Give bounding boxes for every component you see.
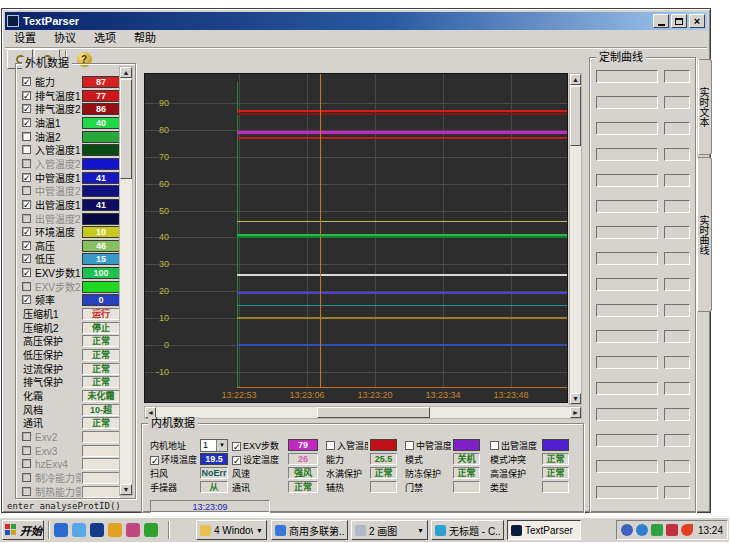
taskbar-task-无标题 - C...[interactable]: 无标题 - C... <box>431 520 504 540</box>
curve-select-field[interactable] <box>596 122 658 135</box>
checkbox-环境温度[interactable]: ✓ <box>150 456 159 465</box>
indoor-address-dropdown[interactable]: 1▼ <box>200 439 228 452</box>
chevron-down-icon[interactable]: ▼ <box>216 440 227 451</box>
curve-select-field[interactable] <box>596 70 658 83</box>
checkbox-入管温度1[interactable] <box>22 145 31 154</box>
curve-value-field[interactable] <box>664 70 690 83</box>
checkbox-EXV步数1[interactable]: ✓ <box>22 268 31 277</box>
curve-value-field[interactable] <box>664 148 690 161</box>
curve-value-field[interactable] <box>664 434 690 447</box>
curve-value-field[interactable] <box>664 304 690 317</box>
start-button[interactable]: 开始 <box>2 520 44 540</box>
checkbox-EXV步数[interactable]: ✓ <box>232 442 241 451</box>
checkbox-油温2[interactable] <box>22 132 31 141</box>
chevron-down-icon[interactable]: ▼ <box>253 527 263 534</box>
curve-value-field[interactable] <box>664 174 690 187</box>
curve-select-field[interactable] <box>596 460 658 473</box>
checkbox-出管温度1[interactable]: ✓ <box>22 200 31 209</box>
chart-hscrollbar[interactable]: ◄ ► <box>144 406 582 419</box>
outdoor-value: 40 <box>82 117 120 129</box>
taskbar-task-2 画图[interactable]: 2 画图▼ <box>351 520 428 540</box>
quick-launch-icon-3[interactable] <box>90 523 104 537</box>
indoor-label-高温保护: 高温保护 <box>490 468 540 480</box>
checkbox-油温1[interactable]: ✓ <box>22 118 31 127</box>
curve-select-field[interactable] <box>596 408 658 421</box>
checkbox-中管温度[interactable] <box>405 441 414 450</box>
chart-vscrollbar[interactable]: ▲ ▼ <box>569 73 582 405</box>
curve-select-field[interactable] <box>596 304 658 317</box>
curve-select-field[interactable] <box>596 96 658 109</box>
curve-select-field[interactable] <box>596 356 658 369</box>
curve-value-field[interactable] <box>664 486 690 499</box>
taskbar-task-商用多联第...[interactable]: 商用多联第... <box>271 520 348 540</box>
curve-value-field[interactable] <box>664 382 690 395</box>
curve-value-field[interactable] <box>664 356 690 369</box>
trend-chart[interactable]: 9080706050403020100-1013:22:5313:23:0613… <box>144 73 568 403</box>
time-cursor[interactable] <box>320 74 321 388</box>
taskbar-task-TextParser[interactable]: TextParser <box>507 520 581 540</box>
taskbar-task-4 Windows...[interactable]: 4 Windows...▼ <box>196 520 267 540</box>
curve-value-field[interactable] <box>664 252 690 265</box>
menu-item-设置[interactable]: 设置 <box>5 31 45 46</box>
gridline-v <box>239 74 240 387</box>
checkbox-频率[interactable]: ✓ <box>22 295 31 304</box>
checkbox-出管温度[interactable] <box>490 441 499 450</box>
checkbox-中管温度1[interactable]: ✓ <box>22 173 31 182</box>
curve-select-field[interactable] <box>596 330 658 343</box>
checkbox-低压[interactable]: ✓ <box>22 254 31 263</box>
tab-实时文本[interactable]: 实时文本 <box>698 59 712 155</box>
curve-select-field[interactable] <box>596 226 658 239</box>
checkbox-高压[interactable]: ✓ <box>22 241 31 250</box>
tray-flashget-icon[interactable] <box>681 524 693 536</box>
curve-value-field[interactable] <box>664 226 690 239</box>
quick-launch-icon-5[interactable] <box>126 523 140 537</box>
quick-launch-icon-1[interactable] <box>54 523 68 537</box>
quick-launch-icon-4[interactable] <box>108 523 122 537</box>
menu-item-帮助[interactable]: 帮助 <box>125 31 165 46</box>
scroll-down-icon[interactable]: ▼ <box>120 484 132 495</box>
quick-launch-icon-2[interactable] <box>72 523 86 537</box>
curve-select-field[interactable] <box>596 486 658 499</box>
checkbox-设定温度[interactable]: ✓ <box>232 456 241 465</box>
curve-value-field[interactable] <box>664 408 690 421</box>
checkbox-排气温度1[interactable]: ✓ <box>22 91 31 100</box>
curve-value-field[interactable] <box>664 460 690 473</box>
quick-launch-icon-6[interactable] <box>144 523 158 537</box>
curve-value-field[interactable] <box>664 200 690 213</box>
chevron-down-icon[interactable]: ▼ <box>414 527 424 534</box>
curve-value-field[interactable] <box>664 278 690 291</box>
scroll-up-icon[interactable]: ▲ <box>120 67 132 78</box>
curve-select-field[interactable] <box>596 174 658 187</box>
scroll-right-icon[interactable]: ► <box>570 407 581 418</box>
scroll-up-icon[interactable]: ▲ <box>570 74 581 85</box>
checkbox-能力[interactable]: ✓ <box>22 77 31 86</box>
scroll-thumb[interactable] <box>120 79 132 179</box>
menu-item-选项[interactable]: 选项 <box>85 31 125 46</box>
close-button[interactable]: × <box>689 14 705 28</box>
tray-network-icon[interactable] <box>636 524 648 536</box>
tray-antivirus-icon[interactable] <box>651 524 663 536</box>
curve-select-field[interactable] <box>596 200 658 213</box>
curve-value-field[interactable] <box>664 122 690 135</box>
outdoor-scrollbar[interactable]: ▲ ▼ <box>119 66 133 496</box>
restore-button[interactable] <box>671 14 687 28</box>
tray-messenger-icon[interactable] <box>666 524 678 536</box>
minimize-button[interactable] <box>653 14 669 28</box>
curve-value-field[interactable] <box>664 96 690 109</box>
curve-value-field[interactable] <box>664 330 690 343</box>
curve-select-field[interactable] <box>596 148 658 161</box>
curve-select-field[interactable] <box>596 278 658 291</box>
checkbox-入管温度[interactable] <box>326 441 335 450</box>
scroll-down-icon[interactable]: ▼ <box>570 393 581 404</box>
tray-printer-icon[interactable] <box>621 524 633 536</box>
tab-实时曲线[interactable]: 实时曲线 <box>697 157 712 312</box>
curve-select-field[interactable] <box>596 252 658 265</box>
curve-select-field[interactable] <box>596 434 658 447</box>
titlebar[interactable]: TextParser × <box>5 12 707 30</box>
checkbox-环境温度[interactable]: ✓ <box>22 227 31 236</box>
scroll-thumb[interactable] <box>570 86 581 146</box>
curve-select-field[interactable] <box>596 382 658 395</box>
checkbox-排气温度2[interactable]: ✓ <box>22 104 31 113</box>
scroll-thumb[interactable] <box>317 407 430 418</box>
menu-item-协议[interactable]: 协议 <box>45 31 85 46</box>
